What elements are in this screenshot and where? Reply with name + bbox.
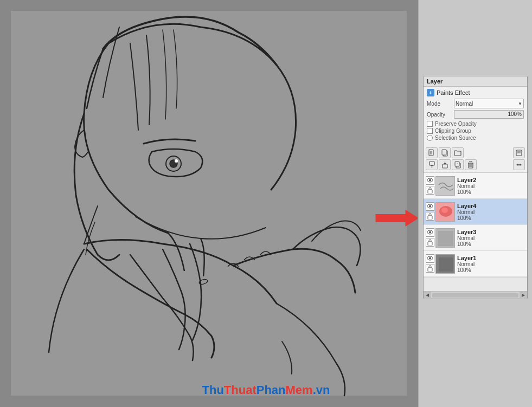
hscroll-track[interactable] [432, 293, 518, 298]
layer1-thumbnail [435, 254, 455, 274]
layer3-name: Layer3 [457, 229, 525, 235]
svg-point-42 [441, 208, 448, 213]
svg-rect-52 [439, 257, 453, 272]
svg-rect-47 [438, 231, 453, 246]
svg-rect-16 [430, 161, 434, 165]
svg-rect-35 [428, 190, 432, 193]
layer-panel-body: + Paints Effect Mode Normal ▼ Opacity 10… [424, 87, 527, 146]
watermark-thuat: Thuat [224, 383, 257, 397]
layer1-mode: Normal [457, 261, 525, 267]
watermark-thu: Thu [202, 383, 224, 397]
opacity-slider[interactable]: 100% [454, 110, 524, 119]
svg-rect-36 [436, 177, 455, 196]
layer2-name: Layer2 [457, 177, 525, 183]
layer4-lock-icon[interactable] [426, 212, 434, 221]
layer4-name: Layer4 [457, 203, 525, 209]
layer2-lock-icon[interactable] [426, 186, 434, 195]
layer2-opacity: 100% [457, 189, 525, 195]
mode-select-arrow-icon: ▼ [518, 101, 522, 106]
hscroll-right-arrow[interactable]: ▶ [520, 292, 527, 299]
merge-down-button[interactable] [426, 159, 438, 170]
delete-layer-button[interactable] [465, 159, 477, 170]
watermark-phan: Phan [257, 383, 286, 397]
opacity-label: Opacity [427, 112, 454, 118]
layer2-eye-icon[interactable] [426, 176, 434, 185]
layer-panel: Layer + Paints Effect Mode Normal ▼ Opac… [423, 76, 528, 299]
clipping-group-row[interactable]: Clipping Group [427, 128, 524, 134]
selection-source-row[interactable]: Selection Source [427, 135, 524, 141]
layer3-icons [426, 228, 434, 248]
paints-effect-label: Paints Effect [437, 89, 470, 96]
layer3-opacity: 100% [457, 241, 525, 247]
layer1-name: Layer1 [457, 255, 525, 261]
svg-marker-6 [376, 210, 418, 227]
svg-rect-12 [442, 150, 446, 155]
layer-list: Layer2 Normal 100% [424, 173, 527, 277]
svg-rect-19 [443, 164, 447, 168]
preserve-opacity-checkbox[interactable] [427, 121, 433, 127]
layer-toolbar [424, 146, 527, 173]
watermark-mem: Mem [286, 383, 313, 397]
layer1-eye-icon[interactable] [426, 254, 434, 263]
layer3-info: Layer3 Normal 100% [457, 229, 525, 247]
merge-all-button[interactable] [439, 159, 451, 170]
svg-rect-50 [428, 268, 432, 272]
svg-point-31 [518, 164, 520, 166]
plus-icon[interactable]: + [427, 89, 434, 96]
mode-value: Normal [456, 101, 473, 107]
layer4-opacity: 100% [457, 215, 525, 221]
mode-select[interactable]: Normal ▼ [454, 99, 524, 108]
layer-item-layer1[interactable]: Layer1 Normal 100% [424, 251, 527, 277]
svg-rect-23 [455, 161, 459, 166]
layer3-eye-icon[interactable] [426, 228, 434, 237]
svg-point-4 [175, 159, 178, 163]
layer2-icons [426, 176, 434, 196]
layer4-info: Layer4 Normal 100% [457, 203, 525, 221]
canvas-area [0, 0, 418, 407]
hscroll-left-arrow[interactable]: ◀ [424, 292, 431, 299]
extra-button[interactable] [513, 159, 525, 170]
layer3-lock-icon[interactable] [426, 238, 434, 247]
opacity-value: 100% [508, 111, 522, 117]
layer-item-layer2[interactable]: Layer2 Normal 100% [424, 173, 527, 199]
copy-layer-button[interactable] [439, 147, 451, 158]
layer1-icons [426, 254, 434, 274]
svg-point-30 [517, 164, 518, 166]
clipping-group-label: Clipping Group [435, 128, 471, 134]
mode-label: Mode [427, 101, 454, 107]
selection-source-label: Selection Source [435, 135, 476, 141]
svg-point-38 [429, 205, 431, 208]
preserve-opacity-row[interactable]: Preserve Opacity [427, 121, 524, 127]
mode-row: Mode Normal ▼ [427, 99, 524, 108]
bottom-hscroll[interactable]: ◀ ▶ [424, 291, 527, 299]
layer2-thumbnail [435, 176, 455, 196]
svg-point-44 [429, 231, 431, 234]
svg-point-32 [520, 164, 522, 166]
layer4-thumbnail [435, 202, 455, 222]
panel-menu-button[interactable] [513, 147, 525, 158]
watermark: ThuThuatPhanMem.vn [202, 383, 330, 397]
layer4-icons [426, 202, 434, 222]
new-layer-button[interactable] [426, 147, 438, 158]
layer3-thumbnail [435, 228, 455, 248]
right-panel: Layer + Paints Effect Mode Normal ▼ Opac… [418, 0, 532, 407]
selection-source-radio[interactable] [427, 135, 433, 141]
toolbar-row-1 [426, 147, 525, 158]
clipping-group-checkbox[interactable] [427, 128, 433, 134]
layer2-info: Layer2 Normal 100% [457, 177, 525, 195]
copy-merged-button[interactable] [452, 159, 464, 170]
opacity-row: Opacity 100% [427, 110, 524, 119]
folder-button[interactable] [452, 147, 464, 158]
layer1-info: Layer1 Normal 100% [457, 255, 525, 273]
watermark-vn: .vn [313, 383, 330, 397]
paints-effect-row[interactable]: + Paints Effect [427, 89, 524, 96]
layer-item-layer3[interactable]: Layer3 Normal 100% [424, 225, 527, 251]
layer-item-layer4[interactable]: Layer4 Normal 100% [424, 199, 527, 225]
svg-rect-39 [428, 216, 432, 219]
layer1-lock-icon[interactable] [426, 264, 434, 273]
svg-rect-45 [428, 242, 432, 246]
svg-rect-1 [11, 11, 407, 396]
layer4-eye-icon[interactable] [426, 202, 434, 211]
preserve-opacity-label: Preserve Opacity [435, 121, 477, 127]
svg-point-49 [429, 257, 431, 260]
